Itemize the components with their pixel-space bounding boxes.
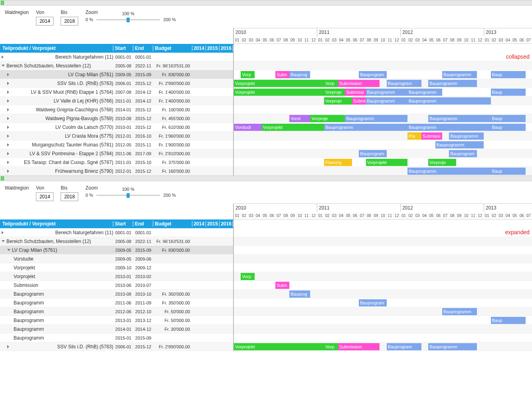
gantt-bar[interactable]: Baup bbox=[491, 124, 526, 131]
table-row[interactable]: LV Crasta Mora (5775)2012-012016-10Fr. 1… bbox=[0, 132, 233, 140]
gantt-bar[interactable]: Bauprogramm bbox=[345, 115, 407, 122]
col-2016[interactable]: 2016 bbox=[220, 221, 233, 227]
gantt-bar[interactable]: Vorproje bbox=[324, 89, 345, 96]
gantt-bar[interactable]: Submission bbox=[338, 343, 380, 350]
chevron-right-icon[interactable] bbox=[7, 91, 29, 94]
table-row[interactable]: Bauprogramm2012-062012-10Fr. 50'000.00 bbox=[0, 307, 233, 316]
gantt-bar[interactable]: Baup bbox=[491, 317, 526, 324]
gantt-bar[interactable]: Bauprog bbox=[289, 71, 310, 78]
gantt-bar[interactable]: Vorproje bbox=[428, 159, 456, 166]
gantt-bar[interactable]: Vorp bbox=[241, 273, 255, 280]
gantt-bar[interactable]: Vorp bbox=[324, 80, 338, 87]
col-2015[interactable]: 2015 bbox=[206, 221, 220, 227]
gantt-bar[interactable]: Vorp bbox=[324, 343, 338, 350]
input-von[interactable] bbox=[36, 192, 53, 201]
gantt-bar[interactable]: Submissi bbox=[421, 132, 442, 140]
chevron-right-icon[interactable] bbox=[2, 55, 54, 59]
table-row[interactable]: SSV Sils i.D. (RhB) (5763)2006-012015-12… bbox=[0, 342, 233, 351]
table-row[interactable]: LV Cuolm da Latsch (5770)2010-012015-12F… bbox=[0, 123, 233, 132]
col-end[interactable]: End bbox=[133, 221, 153, 227]
table-row[interactable]: Bereich Schutzbauten, Messstellen (12)20… bbox=[0, 237, 233, 246]
col-name[interactable]: Teilprodukt / Vorprojekt bbox=[0, 45, 113, 51]
zoom-slider[interactable]: 100 % bbox=[96, 17, 160, 22]
gantt-bar[interactable]: Submissi bbox=[345, 89, 366, 96]
table-row[interactable]: Murgangschutz Taunter Ruinas (5781)2012-… bbox=[0, 140, 233, 149]
table-row[interactable]: Bauprogramm2011-062011-09Fr. 350'000.00 bbox=[0, 298, 233, 307]
table-row[interactable]: Submission2010-062010-07 bbox=[0, 281, 233, 290]
gantt-bar[interactable]: Vorstudi bbox=[234, 124, 262, 131]
col-budget[interactable]: Budget bbox=[153, 45, 192, 51]
gantt-bar[interactable]: Bauprogramm bbox=[407, 97, 491, 105]
col-2016[interactable]: 2016 bbox=[220, 45, 233, 51]
table-row[interactable]: Vorstudie2009-052009-06 bbox=[0, 255, 233, 263]
gantt-bar[interactable]: Baup bbox=[491, 89, 526, 96]
gantt-bar[interactable]: Vorprojekt bbox=[234, 80, 324, 87]
chevron-right-icon[interactable] bbox=[7, 161, 22, 164]
gantt-bar[interactable]: Baup bbox=[491, 115, 526, 122]
table-row[interactable]: Bauprogramm2014-012014-12Fr. 30'000.00 bbox=[0, 325, 233, 334]
table-row[interactable]: Bauprogramm2010-082010-10Fr. 350'000.00 bbox=[0, 290, 233, 298]
gantt-bar[interactable]: Bauprogram bbox=[387, 343, 421, 350]
col-end[interactable]: End bbox=[133, 45, 153, 51]
input-bis[interactable] bbox=[61, 192, 78, 201]
chevron-right-icon[interactable] bbox=[7, 126, 54, 129]
gantt-bar[interactable]: Vorp bbox=[241, 71, 255, 78]
chevron-down-icon[interactable] bbox=[7, 249, 10, 251]
gantt-bar[interactable]: Bauprogramm bbox=[428, 80, 477, 87]
gantt-bar[interactable]: Bauprogramm bbox=[442, 71, 477, 78]
chevron-right-icon[interactable] bbox=[7, 73, 67, 76]
gantt-bar[interactable]: Bauprog bbox=[289, 290, 310, 298]
table-row[interactable]: SSV Sils i.D. (RhB) (5763)2006-012015-12… bbox=[0, 79, 233, 88]
col-name[interactable]: Teilprodukt / Vorprojekt bbox=[0, 221, 113, 227]
gantt-bar[interactable]: Bauprogram bbox=[359, 150, 387, 157]
gantt-bar[interactable]: Bauprogramm bbox=[407, 168, 491, 175]
gantt-bar[interactable]: Bauprogram bbox=[359, 71, 387, 78]
chevron-right-icon[interactable] bbox=[7, 134, 63, 138]
chevron-right-icon[interactable] bbox=[7, 170, 53, 173]
chevron-right-icon[interactable] bbox=[7, 82, 55, 85]
col-start[interactable]: Start bbox=[113, 45, 133, 51]
gantt-bar[interactable]: Vorprojekt bbox=[366, 159, 407, 166]
gantt-bar[interactable]: Pla bbox=[407, 132, 421, 140]
table-row[interactable]: LV Valle di Lej (KHR) (5766)2011-012014-… bbox=[0, 97, 233, 105]
table-row[interactable]: ES Tarasp: Chant dal Cuosp, Sgnè (5787)2… bbox=[0, 158, 233, 167]
chevron-down-icon[interactable] bbox=[2, 65, 5, 67]
gantt-bar[interactable]: Planung bbox=[324, 159, 352, 166]
gantt-bar[interactable]: Bauprogramm bbox=[442, 308, 477, 315]
table-row[interactable]: Bereich Naturgefahren (11)0001-010001-01 bbox=[0, 228, 233, 237]
table-row[interactable]: LV & SSV Pontresina - Etappe 2 (5784)201… bbox=[0, 149, 233, 158]
gantt-bar[interactable]: Bauprogram bbox=[387, 80, 421, 87]
gantt-bar[interactable]: Bauprogramm bbox=[435, 141, 484, 148]
gantt-bar[interactable]: Bauprogramm bbox=[407, 124, 491, 131]
table-row[interactable]: Frühwarnung Brienz (5790)2012-012015-12F… bbox=[0, 167, 233, 176]
col-start[interactable]: Start bbox=[113, 221, 133, 227]
gantt-bar[interactable]: Submissi bbox=[352, 97, 366, 105]
table-row[interactable]: Waldweg Gnignia-Caschligns (5768)2014-01… bbox=[0, 105, 233, 114]
chevron-right-icon[interactable] bbox=[2, 231, 54, 234]
gantt-bar[interactable]: Bauprogramm bbox=[428, 343, 477, 350]
table-row[interactable]: Bereich Naturgefahren (11)0001-010001-01 bbox=[0, 53, 233, 61]
gantt-bar[interactable]: Submission bbox=[338, 80, 380, 87]
table-row[interactable]: Vorprojekt2010-012010-02 bbox=[0, 272, 233, 281]
zoom-thumb[interactable] bbox=[127, 18, 130, 22]
gantt-bar[interactable]: Vorst bbox=[289, 115, 310, 122]
gantt-bar[interactable]: Subn bbox=[275, 282, 289, 289]
table-row[interactable]: Waldweg Pignia-Bavugls (5769)2010-082015… bbox=[0, 114, 233, 123]
gantt-bar[interactable]: Bauprogramm bbox=[324, 124, 407, 131]
zoom-thumb[interactable] bbox=[127, 193, 130, 198]
table-row[interactable]: Bauprogramm2015-012015-09 bbox=[0, 334, 233, 342]
gantt-bar[interactable]: Bauprogramm bbox=[366, 97, 407, 105]
chevron-right-icon[interactable] bbox=[7, 345, 55, 348]
chevron-right-icon[interactable] bbox=[7, 108, 34, 111]
gantt-bar[interactable]: Bauprogramm bbox=[428, 115, 491, 122]
input-von[interactable] bbox=[36, 17, 53, 26]
table-row[interactable]: LV & SSV Muot (RhB) Etappe 1 (5764)2007-… bbox=[0, 88, 233, 97]
gantt-bar[interactable]: Vorproje bbox=[310, 115, 345, 122]
gantt-bar[interactable]: Baup bbox=[491, 168, 526, 175]
gantt-bar[interactable]: Bauprogramm bbox=[407, 89, 442, 96]
gantt-bar[interactable]: Bauprogramm bbox=[366, 89, 407, 96]
gantt-bar[interactable]: Bauprogramm bbox=[449, 132, 484, 140]
gantt-bar[interactable]: Vorproje bbox=[324, 97, 352, 105]
gantt-bar[interactable]: Subn bbox=[275, 71, 289, 78]
col-2015[interactable]: 2015 bbox=[206, 45, 220, 51]
